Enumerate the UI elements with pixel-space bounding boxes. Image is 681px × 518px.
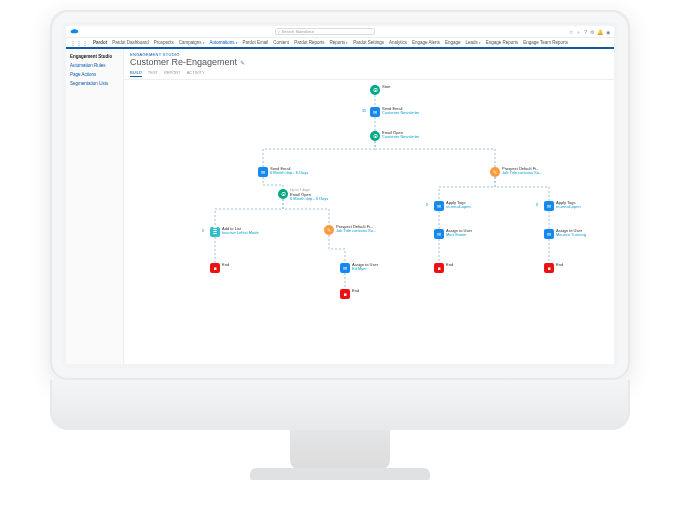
- page-title: Customer Re-Engagement ✎: [124, 57, 614, 70]
- subfilter-tab[interactable]: BUILD: [130, 70, 142, 77]
- node-label: Prospect Default Fi...Job Title contains…: [502, 167, 542, 176]
- node-icon: ■: [434, 263, 444, 273]
- flow-node-end4[interactable]: ■End: [544, 263, 563, 273]
- node-label: Assign to UserEd Myer: [352, 263, 378, 272]
- global-header: ⌕ Search Salesforce ☆ ＋ ? ⚙ 🔔 ◉: [66, 26, 614, 38]
- flow-node-pdf1[interactable]: ✎Prospect Default Fi...Job Title contain…: [490, 167, 542, 177]
- chevron-down-icon: ▾: [346, 41, 348, 45]
- node-icon: ■: [544, 263, 554, 273]
- node-label: Apply Tagsre-email-open: [446, 201, 471, 210]
- node-icon: ⦿: [370, 131, 380, 141]
- nav-item[interactable]: Engage Reports: [486, 40, 519, 45]
- connectors: [124, 79, 614, 364]
- flow-node-addlist[interactable]: 0≣Add to ListInactive Leftist Mode: [210, 227, 259, 237]
- flow-node-send1[interactable]: 35✉Send EmailCustomer Newsletter: [370, 107, 419, 117]
- flow-node-end2[interactable]: ■End: [340, 289, 359, 299]
- global-search[interactable]: ⌕ Search Salesforce: [275, 28, 375, 35]
- breadcrumb: ENGAGEMENT STUDIO: [124, 49, 614, 57]
- salesforce-cloud-logo: [70, 28, 80, 35]
- settings-icon[interactable]: ⚙: [590, 29, 594, 35]
- flow-node-assign2[interactable]: ✉Assign to UserEd Myer: [340, 263, 378, 273]
- flow-node-assign4[interactable]: ✉Assign to UserMaurice Turnang: [544, 229, 586, 239]
- nav-item[interactable]: Leads▾: [466, 40, 481, 45]
- node-label: End: [222, 263, 229, 267]
- nav-item[interactable]: Analytics: [389, 40, 407, 45]
- flow-node-start[interactable]: ⦿Start: [370, 85, 390, 95]
- sidebar-item[interactable]: Segmentation Lists: [70, 79, 119, 88]
- help-icon[interactable]: ?: [584, 29, 587, 35]
- node-label: Prospect Default Fi...Job Title contains…: [336, 225, 376, 234]
- nav-item[interactable]: Pardot Settings: [353, 40, 384, 45]
- flow-node-assign3[interactable]: ✉Assign to UserMatt Stoner: [434, 229, 472, 239]
- node-icon: ✎: [324, 225, 334, 235]
- node-label: Assign to UserMatt Stoner: [446, 229, 472, 238]
- app-launcher-icon[interactable]: ⋮⋮⋮: [70, 39, 88, 46]
- node-icon: ✉: [340, 263, 350, 273]
- search-placeholder: Search Salesforce: [282, 29, 315, 34]
- node-label: Email OpenCustomer Newsletter: [382, 131, 419, 140]
- nav-item[interactable]: Engage Team Reports: [523, 40, 568, 45]
- nav-item[interactable]: Campaigns▾: [179, 40, 205, 45]
- node-label: End: [352, 289, 359, 293]
- monitor-stand: [290, 430, 390, 470]
- flow-node-send2[interactable]: ✉Send Email6 Month drip - 6 Days: [258, 167, 308, 177]
- node-icon: ✉: [544, 229, 554, 239]
- nav-item[interactable]: Prospects: [154, 40, 174, 45]
- monitor-base: [250, 468, 430, 480]
- nav-item[interactable]: Pardot Reports: [294, 40, 324, 45]
- nav-item[interactable]: Engage Alerts: [412, 40, 440, 45]
- engagement-canvas[interactable]: ENGAGEMENT STUDIO Customer Re-Engagement…: [124, 49, 614, 364]
- notifications-icon[interactable]: 🔔: [597, 29, 603, 35]
- node-icon: ■: [210, 263, 220, 273]
- node-icon: ≣: [210, 227, 220, 237]
- node-label: Assign to UserMaurice Turnang: [556, 229, 586, 238]
- chevron-down-icon: ▾: [479, 41, 481, 45]
- node-label: End: [556, 263, 563, 267]
- node-icon: ■: [340, 289, 350, 299]
- node-icon: ✉: [434, 229, 444, 239]
- node-icon: ⦿: [278, 189, 288, 199]
- nav-item[interactable]: Content: [273, 40, 289, 45]
- add-icon[interactable]: ＋: [576, 29, 581, 35]
- flow-node-open1[interactable]: ⦿Email OpenCustomer Newsletter: [370, 131, 419, 141]
- sidebar-item[interactable]: Engagement Studio: [70, 52, 119, 61]
- app-screen: ⌕ Search Salesforce ☆ ＋ ? ⚙ 🔔 ◉ ⋮⋮⋮ Pard…: [66, 26, 614, 364]
- favorites-icon[interactable]: ☆: [569, 29, 573, 35]
- flow-node-pdf2[interactable]: ✎Prospect Default Fi...Job Title contain…: [324, 225, 376, 235]
- flow-node-open2[interactable]: ⦿Up to 7 daysEmail Open6 Month drip - 6 …: [278, 189, 328, 202]
- node-icon: ✉: [544, 201, 554, 211]
- subfilter-tab[interactable]: TEST: [148, 70, 158, 77]
- node-label: End: [446, 263, 453, 267]
- nav-item-active[interactable]: Automations▾: [210, 38, 238, 49]
- node-label: Up to 7 daysEmail Open6 Month drip - 6 D…: [290, 189, 328, 202]
- node-icon: ⦿: [370, 85, 380, 95]
- node-icon: ✉: [258, 167, 268, 177]
- flow-node-tags1[interactable]: 0✉Apply Tagsre-email-open: [434, 201, 471, 211]
- node-label: Apply Tagsre-email-open: [556, 201, 581, 210]
- node-label: Send Email6 Month drip - 6 Days: [270, 167, 308, 176]
- left-sidebar: Engagement Studio Automation Rules Page …: [66, 49, 124, 364]
- flow-diagram: ⦿Start35✉Send EmailCustomer Newsletter⦿E…: [124, 79, 614, 364]
- nav-item[interactable]: Pardot Email: [243, 40, 269, 45]
- node-icon: ✉: [434, 201, 444, 211]
- nav-item[interactable]: Engage: [445, 40, 461, 45]
- flow-node-end1[interactable]: ■End: [210, 263, 229, 273]
- subfilter-tab[interactable]: ACTIVITY: [187, 70, 205, 77]
- subfilter-tab[interactable]: REPORT: [164, 70, 181, 77]
- edit-icon[interactable]: ✎: [240, 59, 245, 66]
- node-icon: ✉: [370, 107, 380, 117]
- search-icon: ⌕: [278, 29, 280, 34]
- flow-node-tags2[interactable]: 0✉Apply Tagsre-email-open: [544, 201, 581, 211]
- sidebar-item[interactable]: Automation Rules: [70, 61, 119, 70]
- app-name: Pardot: [93, 40, 107, 45]
- nav-item[interactable]: Reports▾: [329, 40, 348, 45]
- node-label: Start: [382, 85, 390, 89]
- flow-node-end3[interactable]: ■End: [434, 263, 453, 273]
- nav-item[interactable]: Pardot Dashboard: [112, 40, 149, 45]
- chevron-down-icon: ▾: [203, 41, 205, 45]
- app-nav: ⋮⋮⋮ Pardot Pardot Dashboard Prospects Ca…: [66, 38, 614, 49]
- node-label: Add to ListInactive Leftist Mode: [222, 227, 259, 236]
- sidebar-item[interactable]: Page Actions: [70, 70, 119, 79]
- avatar[interactable]: ◉: [606, 29, 610, 35]
- node-icon: ✎: [490, 167, 500, 177]
